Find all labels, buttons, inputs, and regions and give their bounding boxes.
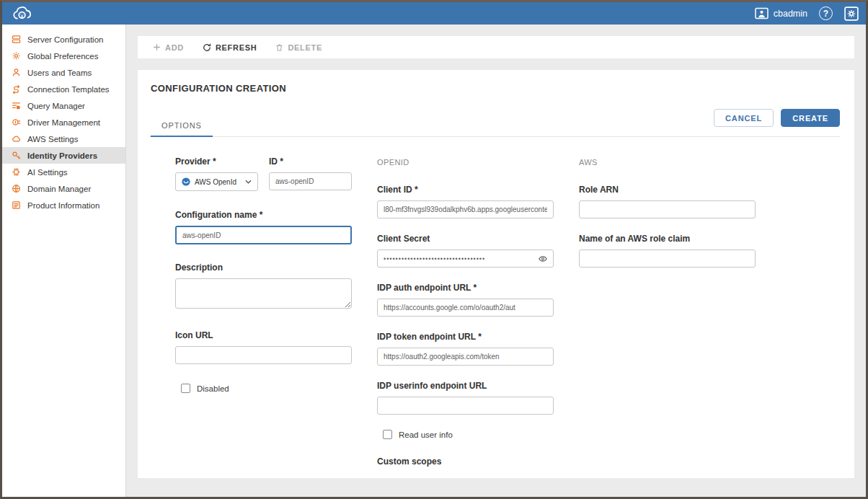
sidebar-item-driver-management[interactable]: Driver Management [2,114,125,131]
openid-section-header: OPENID [377,158,554,167]
cloudbeaver-logo-icon [12,5,33,22]
sidebar-item-aws-settings[interactable]: AWS Settings [2,131,125,147]
create-button[interactable]: CREATE [781,109,840,127]
role-claim-label: Name of an AWS role claim [579,234,756,244]
disabled-checkbox-label: Disabled [197,384,229,393]
product-info-icon [12,200,21,210]
tab-options[interactable]: OPTIONS [151,115,213,137]
admin-sidebar: Server Configuration Global Preferences … [2,25,126,497]
sidebar-item-ai-settings[interactable]: AI Settings [2,164,125,180]
add-button[interactable]: ADD [153,43,184,52]
query-manager-icon [12,101,21,110]
cloud-icon [12,134,21,143]
options-form: Provider * AWS OpenId [149,137,840,467]
idp-token-endpoint-input[interactable] [377,348,554,366]
refresh-icon [203,43,211,52]
sidebar-item-domain-manager[interactable]: Domain Manager [2,180,125,197]
plus-icon [153,43,161,51]
client-secret-label: Client Secret [377,234,554,244]
configuration-name-input[interactable] [175,226,352,244]
aws-column: AWS Role ARN Name of an AWS role claim [579,156,756,467]
refresh-button[interactable]: REFRESH [203,43,257,52]
gear-icon [12,51,21,61]
custom-scopes-label: Custom scopes [377,456,554,467]
page-title: CONFIGURATION CREATION [149,83,840,94]
description-label: Description [175,262,352,273]
client-id-input[interactable] [377,200,554,218]
role-arn-label: Role ARN [579,185,756,195]
delete-button[interactable]: DELETE [275,43,322,52]
app-window: cbadmin ? Server Configurati [0,0,868,499]
idp-token-endpoint-label: IDP token endpoint URL * [377,332,554,342]
cloudbeaver-logo [12,5,33,22]
openid-column: OPENID Client ID * Client Secret [377,156,554,467]
user-badge-icon [755,7,769,19]
disabled-checkbox[interactable] [181,384,190,393]
general-column: Provider * AWS OpenId [175,156,352,467]
read-user-info-label: Read user info [399,430,453,439]
idp-auth-endpoint-input[interactable] [377,299,554,317]
client-secret-input[interactable] [377,250,554,268]
provider-select[interactable]: AWS OpenId [175,172,258,191]
settings-icon[interactable] [844,6,859,21]
users-icon [12,68,21,77]
sidebar-item-server-configuration[interactable]: Server Configuration [2,31,125,48]
chevron-down-icon [245,180,252,184]
icon-url-label: Icon URL [175,330,352,340]
read-user-info-checkbox[interactable] [383,430,392,439]
ai-chip-icon [12,167,21,177]
idp-userinfo-endpoint-label: IDP userinfo endpoint URL [377,381,554,391]
configuration-name-label: Configuration name * [175,210,352,220]
main-area: ADD REFRESH DELETE CONFIGURATION CR [126,25,866,497]
sidebar-item-connection-templates[interactable]: Connection Templates [2,81,125,97]
show-password-icon[interactable] [538,255,548,262]
description-textarea[interactable] [175,278,352,309]
provider-label: Provider * [175,156,258,167]
aws-section-header: AWS [579,158,756,167]
openid-provider-icon [182,177,190,186]
sidebar-item-identity-providers[interactable]: Identity Providers [2,147,125,164]
user-menu[interactable]: cbadmin [755,7,807,19]
client-id-label: Client ID * [377,185,554,195]
cancel-button[interactable]: CANCEL [714,109,774,127]
id-input[interactable] [269,172,352,190]
connection-templates-icon [12,84,21,94]
icon-url-input[interactable] [175,346,352,364]
role-claim-input[interactable] [579,250,756,268]
sidebar-item-product-information[interactable]: Product Information [2,197,125,213]
sidebar-item-global-preferences[interactable]: Global Preferences [2,48,125,64]
user-name: cbadmin [774,9,807,19]
globe-icon [12,184,21,193]
driver-management-icon [12,118,21,127]
role-arn-input[interactable] [579,200,756,218]
idp-userinfo-endpoint-input[interactable] [377,397,554,415]
help-icon[interactable]: ? [819,6,833,20]
id-label: ID * [269,156,352,167]
sidebar-item-users-and-teams[interactable]: Users and Teams [2,64,125,81]
tab-bar: OPTIONS CANCEL CREATE [149,94,840,137]
sidebar-item-query-manager[interactable]: Query Manager [2,97,125,114]
provider-value: AWS OpenId [195,178,236,186]
configuration-creation-card: CONFIGURATION CREATION OPTIONS CANCEL CR… [138,70,854,478]
items-toolbar: ADD REFRESH DELETE [138,36,854,58]
top-bar: cbadmin ? [2,2,866,25]
trash-icon [275,43,283,52]
key-icon [12,151,21,160]
server-config-icon [12,35,21,44]
idp-auth-endpoint-label: IDP auth endpoint URL * [377,283,554,293]
